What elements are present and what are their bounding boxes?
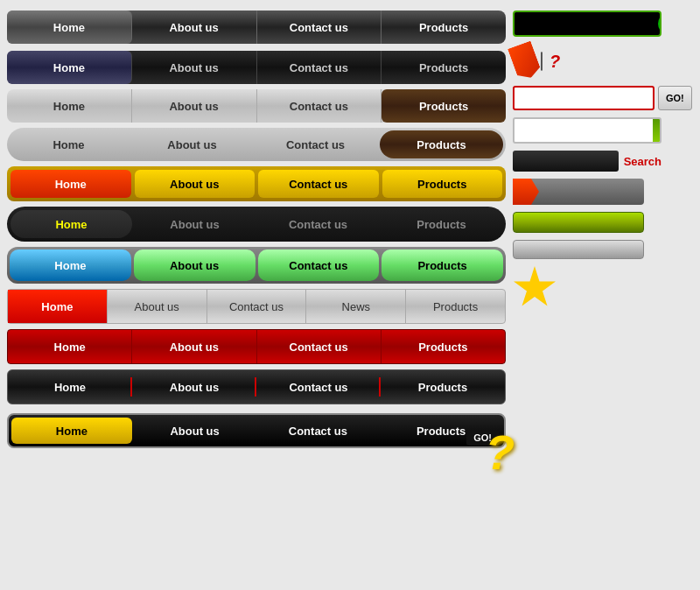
nav5-about[interactable]: About us [135, 170, 256, 198]
nav8-home[interactable]: Home [8, 290, 108, 323]
arrow-button[interactable] [513, 179, 644, 205]
nav3-about[interactable]: About us [132, 89, 257, 123]
nav8-about[interactable]: About us [108, 290, 207, 323]
search-input-3[interactable] [514, 124, 653, 137]
nav3-contact[interactable]: Contact us [257, 89, 382, 123]
navbar-7: Home About us Contact us Products [7, 247, 506, 284]
green-gradient-bar [513, 212, 644, 233]
search-bar-dark: Search [513, 151, 662, 172]
nav2-products[interactable]: Products [382, 51, 506, 84]
nav6-products[interactable]: Products [381, 210, 502, 238]
question-mark-decoration: ? [485, 429, 514, 477]
nav5-products[interactable]: Products [382, 170, 503, 198]
nav9-about[interactable]: About us [132, 330, 256, 363]
nav1-products[interactable]: Products [382, 11, 506, 44]
navbar-2: Home About us Contact us Products [7, 51, 506, 84]
nav4-products[interactable]: Products [380, 130, 503, 158]
right-column: GO! ? GO! Search Search [513, 7, 693, 583]
nav7-contact[interactable]: Contact us [258, 249, 380, 281]
search-button-3[interactable]: Search [653, 119, 662, 142]
navbar-6: Home About us Contact us Products [7, 207, 506, 242]
nav6-about[interactable]: About us [134, 210, 256, 238]
nav-column: Home About us Contact us Products Home A… [7, 7, 506, 583]
nav9-contact[interactable]: Contact us [257, 330, 382, 363]
nav3-products[interactable]: Products [382, 89, 506, 123]
main-container: Home About us Contact us Products Home A… [0, 0, 700, 590]
nav4-home[interactable]: Home [7, 128, 130, 161]
bookmark-decoration: ? [513, 44, 560, 79]
navbar-1: Home About us Contact us Products [7, 11, 506, 44]
nav9-home[interactable]: Home [8, 330, 132, 363]
bookmark-bar [541, 52, 542, 71]
nav2-contact[interactable]: Contact us [257, 51, 382, 84]
search-box-1: GO! [513, 11, 662, 37]
nav2-home[interactable]: Home [7, 51, 132, 84]
go-button-2[interactable]: GO! [658, 86, 692, 110]
navbar-5: Home About us Contact us Products [7, 166, 506, 201]
nav10-products[interactable]: Products [381, 370, 505, 404]
search-input-1[interactable] [514, 18, 656, 30]
navbar-10: Home About us Contact us Products [7, 369, 506, 404]
search-input-2[interactable] [513, 86, 654, 110]
search-label-red: Search [624, 155, 662, 168]
nav2-about[interactable]: About us [132, 51, 257, 84]
nav1-home[interactable]: Home [7, 11, 132, 44]
nav4-contact[interactable]: Contact us [254, 128, 377, 161]
search-box-2: GO! [513, 86, 662, 110]
gray-gradient-bar [513, 240, 644, 259]
nav8-contact[interactable]: Contact us [207, 290, 307, 323]
nav6-contact[interactable]: Contact us [257, 210, 379, 238]
nav1-contact[interactable]: Contact us [257, 11, 382, 44]
starburst-container [513, 266, 560, 310]
go-button-1[interactable]: GO! [658, 12, 662, 35]
nav10-home[interactable]: Home [8, 370, 132, 404]
nav3-home[interactable]: Home [7, 89, 132, 123]
bookmark-shape [508, 40, 542, 81]
nav9-products[interactable]: Products [382, 330, 505, 363]
nav7-home[interactable]: Home [10, 249, 131, 281]
nav5-contact[interactable]: Contact us [258, 170, 379, 198]
navbar-8: Home About us Contact us News Products [7, 289, 506, 324]
starburst-background [513, 266, 556, 310]
nav1-about[interactable]: About us [132, 11, 257, 44]
nav6-home[interactable]: Home [10, 210, 132, 238]
nav11-about[interactable]: About us [135, 418, 256, 444]
nav10-about[interactable]: About us [132, 370, 256, 404]
dark-input-bar [513, 151, 619, 172]
navbar-11: Home About us Contact us Products [7, 413, 506, 448]
nav8-products[interactable]: Products [406, 290, 505, 323]
nav10-contact[interactable]: Contact us [256, 370, 381, 404]
search-box-3: Search [513, 117, 662, 144]
nav5-home[interactable]: Home [10, 170, 131, 198]
nav7-about[interactable]: About us [134, 249, 256, 281]
nav11-home[interactable]: Home [11, 418, 132, 444]
nav7-products[interactable]: Products [382, 249, 503, 281]
starburst-icon [513, 266, 556, 310]
nav4-about[interactable]: About us [130, 128, 254, 161]
navbar-9: Home About us Contact us Products [7, 329, 506, 364]
navbar-3: Home About us Contact us Products [7, 89, 506, 123]
navbar-4: Home About us Contact us Products [7, 128, 506, 161]
nav11-contact[interactable]: Contact us [258, 418, 379, 444]
question-mark-small: ? [550, 52, 560, 72]
nav8-news[interactable]: News [306, 290, 406, 323]
